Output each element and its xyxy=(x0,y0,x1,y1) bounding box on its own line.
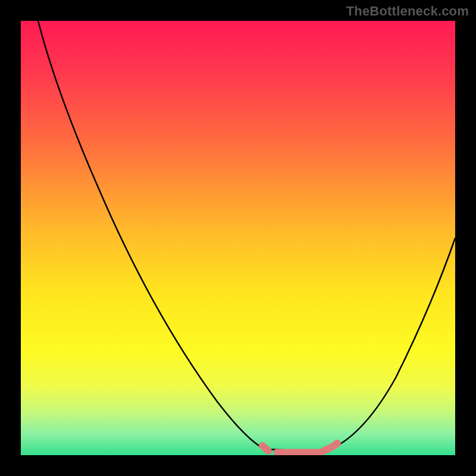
bottleneck-curve xyxy=(38,21,455,452)
highlight-right xyxy=(323,443,337,451)
curve-right xyxy=(333,238,455,448)
highlight-dot-left xyxy=(262,446,268,451)
plot-area xyxy=(21,21,455,455)
watermark-text: TheBottleneck.com xyxy=(346,4,469,19)
chart-frame: TheBottleneck.com xyxy=(0,0,476,476)
curve-left xyxy=(38,21,265,449)
curve-svg xyxy=(21,21,455,455)
